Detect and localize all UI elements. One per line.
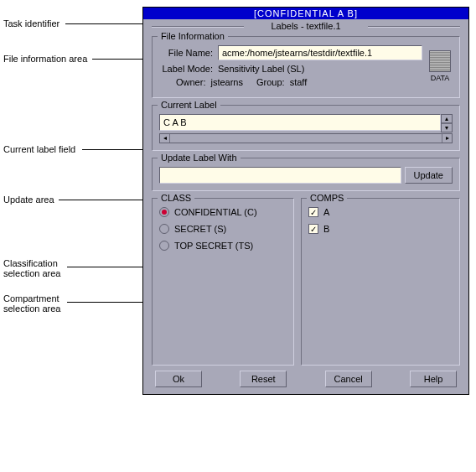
class-legend: CLASS — [158, 193, 194, 203]
class-option-secret[interactable]: SECRET (S) — [159, 224, 287, 234]
class-option-label: TOP SECRET (TS) — [174, 241, 253, 251]
owner-value: jstearns — [210, 77, 243, 87]
current-label-group: Current Label C A B ▴ ▾ ◂ ▸ — [152, 105, 460, 151]
radio-icon — [159, 207, 169, 217]
update-label-field[interactable] — [159, 167, 401, 184]
help-button[interactable]: Help — [410, 371, 457, 387]
comps-option-label: A — [323, 207, 329, 217]
current-label-hscroll[interactable]: ◂ ▸ — [159, 133, 453, 143]
class-option-confidential[interactable]: CONFIDENTIAL (C) — [159, 207, 287, 217]
callout-classification-area: Classification selection area — [3, 258, 61, 278]
scroll-right-icon[interactable]: ▸ — [442, 134, 452, 143]
titlebar: [CONFIDENTIAL A B] — [143, 8, 468, 19]
callout-task-identifier: Task identifier — [3, 18, 60, 29]
dialog-button-row: Ok Reset Cancel Help — [152, 366, 460, 387]
class-option-label: CONFIDENTIAL (C) — [174, 207, 257, 217]
cancel-button[interactable]: Cancel — [325, 371, 372, 387]
labelmode-label: Label Mode: — [159, 64, 218, 74]
callout-line — [59, 200, 151, 200]
checkbox-icon — [308, 224, 318, 234]
file-information-group: File Information File Name: Label Mode: … — [152, 36, 460, 98]
file-information-legend: File Information — [158, 31, 228, 41]
comps-panel: COMPS A B — [301, 198, 460, 366]
callout-update-area: Update area — [3, 195, 54, 205]
current-label-field[interactable]: C A B — [159, 114, 441, 131]
callout-current-label-field: Current label field — [3, 144, 75, 154]
ok-button[interactable]: Ok — [155, 371, 202, 387]
update-label-legend: Update Label With — [158, 153, 241, 163]
comps-option-b[interactable]: B — [308, 224, 453, 234]
comps-option-label: B — [323, 224, 329, 234]
radio-icon — [159, 224, 169, 234]
update-label-group: Update Label With Update — [152, 158, 460, 191]
filename-field[interactable] — [218, 45, 422, 60]
data-icon — [429, 50, 451, 72]
class-option-topsecret[interactable]: TOP SECRET (TS) — [159, 241, 287, 251]
callout-compartment-area: Compartment selection area — [3, 293, 61, 314]
comps-legend: COMPS — [307, 193, 347, 203]
owner-label: Owner: — [176, 77, 210, 87]
comps-option-a[interactable]: A — [308, 207, 453, 217]
filename-label: File Name: — [159, 48, 218, 58]
scroll-left-icon[interactable]: ◂ — [160, 134, 170, 143]
class-panel: CLASS CONFIDENTIAL (C) SECRET (S) TOP SE… — [152, 198, 294, 366]
update-button[interactable]: Update — [405, 167, 453, 184]
reset-button[interactable]: Reset — [240, 371, 287, 387]
scroll-down-icon[interactable]: ▾ — [442, 123, 452, 132]
current-label-legend: Current Label — [158, 100, 220, 110]
labels-dialog: [CONFIDENTIAL A B] Labels - textfile.1 F… — [142, 7, 469, 395]
radio-icon — [159, 241, 169, 251]
labelmode-value: Sensitivity Label (SL) — [218, 64, 304, 74]
group-label: Group: — [256, 77, 290, 87]
checkbox-icon — [308, 207, 318, 217]
current-label-vscroll[interactable]: ▴ ▾ — [441, 114, 453, 132]
scroll-up-icon[interactable]: ▴ — [442, 115, 452, 123]
data-type-badge: DATA — [427, 50, 453, 91]
callout-file-info-area: File information area — [3, 54, 87, 64]
class-option-label: SECRET (S) — [174, 224, 226, 234]
data-badge-label: DATA — [431, 74, 450, 82]
group-value: staff — [290, 77, 308, 87]
